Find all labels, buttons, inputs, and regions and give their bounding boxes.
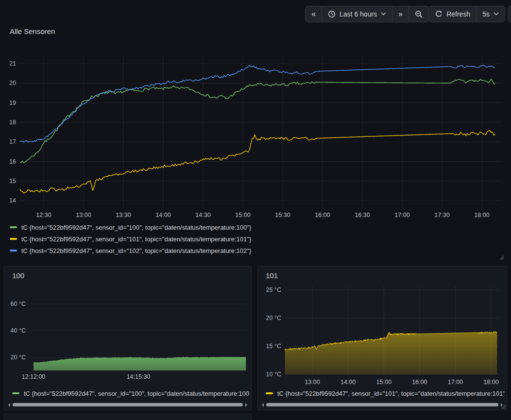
panel-101: 101 10 °C15 °C20 °C25 °C13:0014:0015:001… — [257, 266, 507, 410]
scroll-left-icon[interactable] — [8, 403, 10, 407]
scroll-right-icon[interactable] — [245, 403, 247, 407]
x-tick-label: 15:30 — [275, 212, 290, 218]
legend-scrollbar — [262, 402, 503, 407]
y-tick-label: 19 — [9, 100, 16, 106]
panel-resize-handle[interactable] — [498, 254, 504, 260]
scrollbar-thumb[interactable] — [13, 403, 243, 406]
legend-label: tC {host="522bf9592d47", sensor_id="101"… — [21, 235, 251, 243]
legend-label: tC {host="522bf9592d47", sensor_id="102"… — [21, 247, 251, 254]
x-tick-label: 13:30 — [116, 212, 131, 218]
x-tick-label: 18:00 — [474, 212, 489, 218]
legend-swatch — [10, 238, 17, 240]
x-tick-label: 12:12:00 — [22, 373, 46, 380]
panel-resize-handle[interactable] — [500, 403, 506, 409]
legend-swatch — [10, 226, 17, 229]
series-100 — [34, 357, 246, 370]
legend-scrollbar — [8, 402, 247, 407]
panel-100: 100 20 °C40 °C60 °C12:12:0014:15:30 tC {… — [4, 266, 252, 410]
x-tick-label: 18:00 — [483, 379, 498, 386]
scroll-left-icon[interactable] — [262, 403, 264, 407]
x-tick-label: 16:00 — [315, 212, 330, 218]
y-tick-label: 40 °C — [11, 327, 26, 334]
legend-item[interactable]: tC {host="522bf9592d47", sensor_id="100"… — [10, 221, 251, 233]
x-tick-label: 14:15:30 — [127, 373, 151, 380]
x-tick-label: 13:00 — [76, 212, 91, 218]
y-tick-label: 21 — [9, 60, 16, 67]
panel-102: 102 — [4, 414, 252, 420]
area-chart-sensor-101[interactable]: 10 °C15 °C20 °C25 °C13:0014:0015:0016:00… — [258, 267, 507, 388]
x-tick-label: 17:30 — [434, 212, 449, 218]
resize-grip-icon — [498, 254, 504, 260]
x-tick-label: 16:00 — [412, 379, 427, 386]
axis-labels: 141516171819202112:3013:0013:3014:0014:3… — [9, 60, 490, 218]
y-tick-label: 15 °C — [266, 343, 281, 350]
legend-item[interactable]: tC {host="522bf9592d47", sensor_id="101"… — [10, 233, 251, 245]
x-tick-label: 14:00 — [155, 212, 170, 218]
series-100 — [20, 79, 495, 163]
y-tick-label: 20 — [9, 80, 16, 86]
grid — [29, 304, 246, 357]
y-tick-label: 15 — [9, 178, 16, 185]
y-tick-label: 14 — [9, 197, 16, 204]
series-101 — [285, 331, 497, 374]
x-tick-label: 12:30 — [36, 212, 51, 218]
x-tick-label: 17:00 — [394, 212, 409, 218]
y-tick-label: 60 °C — [11, 301, 26, 307]
legend-item[interactable]: tC {host="522bf9592d47", sensor_id="100"… — [12, 389, 249, 398]
x-tick-label: 17:00 — [448, 379, 463, 386]
x-tick-label: 13:00 — [305, 379, 320, 386]
y-tick-label: 18 — [9, 119, 16, 126]
legend-label: tC {host="522bf9592d47", sensor_id="101"… — [277, 390, 505, 397]
resize-grip-icon — [500, 403, 506, 409]
series-101 — [20, 130, 495, 193]
x-tick-label: 14:30 — [195, 212, 210, 218]
x-tick-label: 16:30 — [355, 212, 370, 218]
scrollbar-thumb[interactable] — [266, 403, 498, 406]
legend-sensor-101: tC {host="522bf9592d47", sensor_id="101"… — [266, 389, 505, 398]
legend-item[interactable]: tC {host="522bf9592d47", sensor_id="102"… — [10, 245, 251, 256]
legend-alle-sensoren: tC {host="522bf9592d47", sensor_id="100"… — [10, 221, 251, 256]
legend-swatch — [266, 392, 273, 395]
area-chart-sensor-100[interactable]: 20 °C40 °C60 °C12:12:0014:15:30 — [4, 267, 251, 388]
legend-sensor-100: tC {host="522bf9592d47", sensor_id="100"… — [12, 389, 249, 398]
legend-item[interactable]: tC {host="522bf9592d47", sensor_id="101"… — [266, 389, 505, 398]
x-tick-label: 15:00 — [376, 379, 392, 386]
y-tick-label: 17 — [9, 138, 16, 145]
x-tick-label: 15:00 — [235, 212, 250, 218]
legend-label: tC {host="522bf9592d47", sensor_id="100"… — [21, 224, 251, 231]
y-tick-label: 25 °C — [266, 286, 281, 293]
y-tick-label: 10 °C — [266, 371, 281, 378]
series-102 — [20, 65, 495, 142]
legend-label: tC {host="522bf9592d47", sensor_id="100"… — [24, 390, 249, 397]
y-tick-label: 20 °C — [266, 315, 281, 321]
x-tick-label: 14:00 — [341, 379, 356, 386]
legend-swatch — [10, 250, 17, 252]
y-tick-label: 16 — [9, 158, 16, 165]
legend-swatch — [12, 392, 19, 395]
y-tick-label: 20 °C — [11, 354, 26, 361]
